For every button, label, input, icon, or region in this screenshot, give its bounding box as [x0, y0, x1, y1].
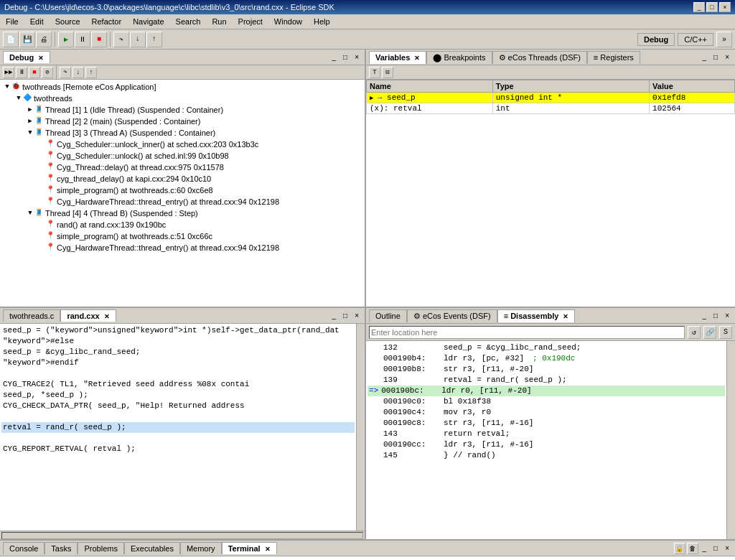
executables-tab[interactable]: Executables: [124, 542, 180, 554]
tree-item[interactable]: 📍Cyg_HardwareThread::thread_entry() at t…: [1, 242, 363, 253]
debug-panel-max[interactable]: □: [340, 53, 350, 61]
menu-file[interactable]: File: [0, 16, 24, 27]
debug-tab-close[interactable]: ✕: [38, 55, 44, 62]
tasks-tab[interactable]: Tasks: [45, 542, 78, 554]
disasm-source-btn[interactable]: S: [719, 326, 732, 339]
disasm-tab-close[interactable]: ✕: [563, 313, 568, 320]
table-row[interactable]: (x): retvalint102564: [367, 103, 735, 114]
debug-button[interactable]: ▶: [58, 32, 74, 47]
menu-project[interactable]: Project: [233, 16, 268, 27]
vars-panel-max[interactable]: □: [711, 53, 721, 61]
debug-panel-close[interactable]: ×: [352, 53, 362, 61]
step-into-tree-btn[interactable]: ↓: [72, 67, 84, 78]
disasm-panel-close[interactable]: ×: [722, 312, 732, 319]
save-button[interactable]: 💾: [19, 32, 35, 47]
console-tab[interactable]: Console: [3, 542, 45, 554]
disconnect-btn[interactable]: ⊘: [42, 67, 53, 78]
location-input[interactable]: [369, 326, 685, 339]
print-button[interactable]: 🖨: [36, 32, 52, 47]
debug-tab[interactable]: Debug ✕: [3, 51, 50, 63]
step-into-button[interactable]: ↓: [130, 32, 146, 47]
rand-cxx-close[interactable]: ✕: [104, 313, 110, 320]
tree-item[interactable]: 📍Cyg_HardwareThread::thread_entry() at t…: [1, 196, 363, 207]
vars-panel-min[interactable]: _: [700, 53, 710, 61]
menu-source[interactable]: Source: [50, 16, 86, 27]
console-scroll-lock[interactable]: 🔒: [674, 543, 685, 554]
tree-item[interactable]: ▶🧵Thread [2] 2 (main) (Suspended : Conta…: [1, 116, 363, 127]
menu-help[interactable]: Help: [308, 16, 336, 27]
editor-panel-min[interactable]: _: [329, 312, 340, 319]
editor-panel-close[interactable]: ×: [352, 312, 362, 319]
show-type-btn[interactable]: T: [369, 67, 380, 78]
suspend-all-btn[interactable]: ⏸: [16, 67, 27, 78]
disasm-scrollbar[interactable]: [726, 341, 735, 539]
terminate-btn[interactable]: ■: [29, 67, 40, 78]
collapse-btn[interactable]: ⊟: [382, 67, 393, 78]
console-min[interactable]: _: [700, 544, 710, 552]
tree-item[interactable]: 📍Cyg_Thread::delay() at thread.cxx:975 0…: [1, 162, 363, 173]
tree-expand-icon[interactable]: ▶: [26, 116, 34, 127]
debug-perspective-tab[interactable]: Debug: [637, 33, 675, 46]
cpp-perspective-tab[interactable]: C/C++: [678, 33, 713, 46]
pause-button[interactable]: ⏸: [75, 32, 90, 47]
tree-expand-icon[interactable]: ▼: [3, 81, 11, 93]
terminal-tab-close[interactable]: ✕: [265, 546, 271, 553]
menu-run[interactable]: Run: [206, 16, 232, 27]
vars-panel-close[interactable]: ×: [722, 53, 732, 61]
step-over-tree-btn[interactable]: ↷: [60, 67, 71, 78]
tree-item[interactable]: 📍Cyg_Scheduler::unlock() at sched.inl:99…: [1, 150, 363, 162]
tree-item[interactable]: ▼🔷twothreads: [1, 93, 363, 104]
disasm-panel-max[interactable]: □: [711, 312, 721, 319]
menu-edit[interactable]: Edit: [24, 16, 50, 27]
tree-item[interactable]: 📍rand() at rand.cxx:139 0x190bc: [1, 219, 363, 230]
menu-refactor[interactable]: Refactor: [86, 16, 128, 27]
new-button[interactable]: 📄: [3, 32, 19, 47]
step-return-tree-btn[interactable]: ↑: [85, 67, 97, 78]
disassembly-tab[interactable]: ≡ Disassembly ✕: [497, 309, 576, 322]
debug-panel-min[interactable]: _: [329, 53, 340, 61]
disasm-panel-min[interactable]: _: [700, 312, 710, 319]
step-return-button[interactable]: ↑: [146, 32, 162, 47]
variables-tab[interactable]: Variables ✕: [369, 51, 426, 64]
disasm-refresh-btn[interactable]: ↺: [688, 326, 701, 339]
stop-button[interactable]: ■: [91, 32, 107, 47]
menu-navigate[interactable]: Navigate: [127, 16, 169, 27]
tree-expand-icon[interactable]: ▼: [26, 207, 34, 219]
tree-item[interactable]: 📍simple_program() at twothreads.c:60 0xc…: [1, 185, 363, 196]
rand-cxx-tab[interactable]: rand.cxx ✕: [60, 309, 116, 322]
tree-item[interactable]: ▼🧵Thread [4] 4 (Thread B) (Suspended : S…: [1, 207, 363, 219]
tree-item[interactable]: 📍cyg_thread_delay() at kapi.cxx:294 0x10…: [1, 173, 363, 185]
tree-item[interactable]: 📍Cyg_Scheduler::unlock_inner() at sched.…: [1, 139, 363, 150]
memory-tab[interactable]: Memory: [180, 542, 222, 554]
ecos-threads-tab[interactable]: ⚙ eCos Threads (DSF): [492, 51, 587, 64]
step-over-button[interactable]: ↷: [113, 32, 129, 47]
menu-window[interactable]: Window: [268, 16, 308, 27]
breakpoints-tab[interactable]: ⬤ Breakpoints: [426, 51, 492, 64]
tree-item[interactable]: ▼🐞twothreads [Remote eCos Application]: [1, 81, 363, 93]
console-max[interactable]: □: [711, 544, 721, 552]
editor-panel-max[interactable]: □: [340, 312, 350, 319]
maximize-button[interactable]: □: [706, 2, 718, 12]
window-controls[interactable]: _ □ ×: [693, 2, 731, 12]
variables-tab-close[interactable]: ✕: [414, 55, 420, 62]
expand-var-icon[interactable]: ▶: [370, 95, 378, 102]
menu-search[interactable]: Search: [170, 16, 207, 27]
twothreads-tab[interactable]: twothreads.c: [3, 309, 60, 322]
tree-item[interactable]: ▶🧵Thread [1] 1 (Idle Thread) (Suspended …: [1, 104, 363, 116]
minimize-button[interactable]: _: [693, 2, 705, 12]
table-row[interactable]: ▶ → seed_punsigned int *0x1efd8: [367, 93, 735, 103]
code-editor-content[interactable]: seed_p = ("keyword">unsigned "keyword">i…: [0, 324, 356, 531]
console-close[interactable]: ×: [722, 544, 732, 552]
outline-tab[interactable]: Outline: [369, 309, 407, 322]
tree-expand-icon[interactable]: ▼: [14, 93, 23, 104]
editor-scrollbar[interactable]: [356, 324, 365, 531]
problems-tab[interactable]: Problems: [78, 542, 123, 554]
disasm-link-btn[interactable]: 🔗: [703, 326, 716, 339]
tree-expand-icon[interactable]: ▶: [26, 104, 34, 116]
ecos-events-tab[interactable]: ⚙ eCos Events (DSF): [407, 309, 497, 322]
tree-item[interactable]: 📍simple_program() at twothreads.c:51 0xc…: [1, 230, 363, 242]
close-button[interactable]: ×: [719, 2, 731, 12]
console-clear[interactable]: 🗑: [687, 543, 698, 554]
resume-all-btn[interactable]: ▶▶: [3, 67, 14, 78]
tree-expand-icon[interactable]: ▼: [26, 127, 34, 139]
